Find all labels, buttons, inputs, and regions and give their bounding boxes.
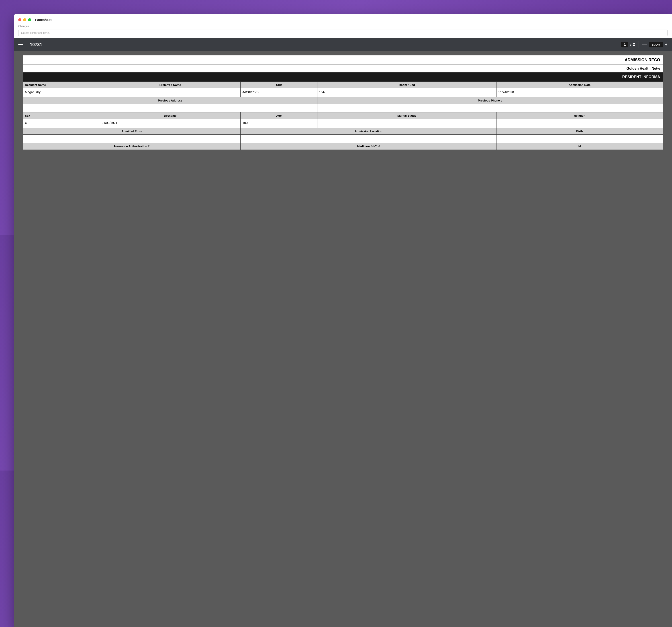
menu-button[interactable]	[18, 43, 23, 46]
col-preferred-name: Preferred Name	[100, 82, 241, 89]
prev-address-header-row: Previous Address Previous Phone #	[23, 97, 252, 104]
admission-location-val	[241, 135, 252, 143]
insurance-header-row: Insurance Authorization # Medicare (HIC)…	[23, 143, 252, 150]
demographics-header-row: Sex Birthdate Age Marital Status Religio…	[23, 112, 252, 119]
title-bar: Facesheet	[14, 14, 252, 24]
birthdate-val: 01/03/1921	[100, 119, 241, 128]
sex-label: Sex	[23, 112, 100, 119]
prev-address-label: Previous Address	[23, 97, 252, 104]
facility-row: Golden Health Netw	[23, 65, 252, 73]
age-val: 100	[241, 119, 252, 128]
admitted-data-row	[23, 135, 252, 143]
changes-label: Changes	[14, 24, 252, 29]
birthdate-label: Birthdate	[100, 112, 241, 119]
window-title: Facesheet	[35, 18, 51, 22]
patient-data-row: Megan Irby 44C8D75E- 15A 11/24/2020	[23, 89, 252, 97]
section-header-label: RESIDENT INFORMA	[23, 73, 252, 82]
close-button[interactable]	[18, 18, 21, 21]
pdf-toolbar: 10731 1 / 2 — 100% +	[14, 38, 252, 51]
form-table: ADMISSION RECO Golden Health Netw RESIDE…	[23, 55, 252, 150]
window: Facesheet Changes Select Historical Time…	[14, 14, 252, 235]
preferred-name-val	[100, 89, 241, 97]
prev-address-data-row	[23, 104, 252, 112]
insurance-label: Insurance Authorization #	[23, 143, 241, 150]
resident-name-val: Megan Irby	[23, 89, 100, 97]
form-header-row: ADMISSION RECO	[23, 55, 252, 65]
historical-time-select[interactable]: Select Historical Time...	[18, 30, 252, 36]
col-resident-name: Resident Name	[23, 82, 100, 89]
medicare-label: Medicare (HIC) #	[241, 143, 252, 150]
demographics-data-row: U 01/03/1921 100	[23, 119, 252, 128]
sex-val: U	[23, 119, 100, 128]
age-label: Age	[241, 112, 252, 119]
maximize-button[interactable]	[28, 18, 31, 21]
doc-paper: ADMISSION RECO Golden Health Netw RESIDE…	[23, 55, 252, 150]
col-header-row: Resident Name Preferred Name Unit Room /…	[23, 82, 252, 89]
admitted-from-label: Admitted From	[23, 128, 241, 135]
admission-location-label: Admission Location	[241, 128, 252, 135]
facility-name: Golden Health Netw	[23, 65, 252, 73]
admitted-header-row: Admitted From Admission Location Birth	[23, 128, 252, 135]
admitted-from-val	[23, 135, 241, 143]
minimize-button[interactable]	[23, 18, 26, 21]
col-unit: Unit	[241, 82, 252, 89]
prev-address-data	[23, 104, 252, 112]
section-header-row: RESIDENT INFORMA	[23, 73, 252, 82]
traffic-lights	[18, 18, 31, 21]
doc-id: 10731	[30, 42, 42, 47]
unit-val: 44C8D75E-	[241, 89, 252, 97]
form-title: ADMISSION RECO	[23, 55, 252, 65]
doc-area: ADMISSION RECO Golden Health Netw RESIDE…	[14, 51, 252, 235]
